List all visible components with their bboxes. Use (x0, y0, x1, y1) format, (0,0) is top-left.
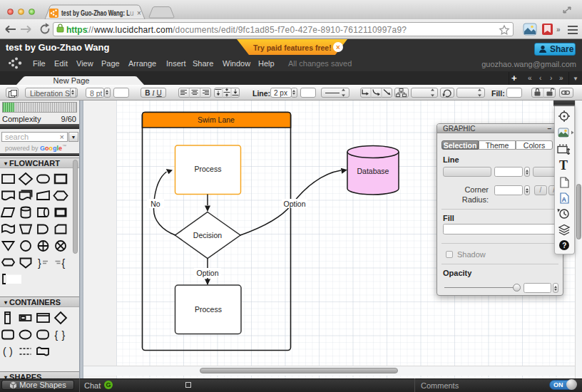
svg-text:Option: Option (284, 200, 306, 208)
svg-text:Swim Lane: Swim Lane (198, 115, 235, 124)
svg-text:T: T (559, 158, 568, 172)
svg-text:A: A (562, 196, 567, 203)
svg-text:Decision: Decision (193, 231, 222, 239)
svg-text:Process: Process (195, 305, 222, 314)
svg-text:No: No (150, 200, 160, 208)
svg-text:Process: Process (195, 165, 222, 173)
svg-text:?: ? (562, 242, 566, 249)
svg-text:Option: Option (197, 269, 219, 277)
svg-text:Database: Database (357, 167, 389, 175)
